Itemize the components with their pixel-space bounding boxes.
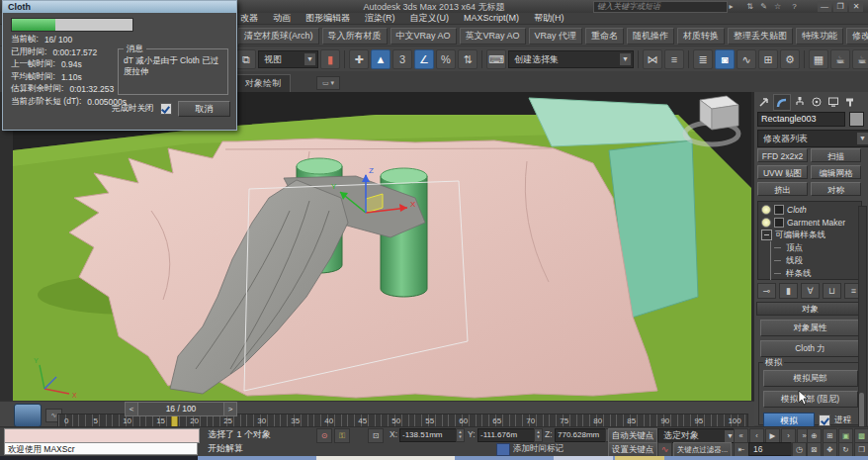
zoom-extents-all-icon[interactable]: ▩ [854, 428, 868, 443]
zoom-all-icon[interactable]: ⊞ [823, 428, 837, 443]
rendered-frame-icon[interactable]: ▦ [809, 49, 828, 69]
script-toolbar-button[interactable]: 整理丢失贴图 [728, 28, 793, 45]
object-name-field[interactable]: Rectangle003 [757, 112, 845, 127]
play-icon[interactable]: ▶ [765, 428, 780, 443]
modifier-preset-button[interactable]: 编辑网格 [811, 165, 861, 179]
key-filters-button[interactable]: 关键点过滤器... [673, 442, 732, 457]
time-tag-icon[interactable] [496, 443, 510, 456]
z-coord-field[interactable]: 770.628mm [555, 428, 608, 442]
object-properties-button[interactable]: 对象属性 [760, 320, 861, 336]
stack-item-cloth[interactable]: Cloth [758, 203, 861, 216]
simulate-local-button[interactable]: 模拟局部 [763, 370, 858, 387]
time-slider[interactable]: < 16 / 100 > [125, 402, 237, 414]
time-configuration-icon[interactable]: ◷ [792, 442, 807, 457]
tab-modify[interactable] [773, 94, 791, 111]
stack-subitem-spline[interactable]: 样条线 [770, 267, 861, 280]
menu-item[interactable]: 图形编辑器 [305, 13, 350, 24]
modifier-list-dropdown[interactable]: 修改器列表 ▼ [757, 130, 868, 147]
x-coord-field[interactable]: -138.51mm [399, 428, 459, 442]
rollout-header[interactable]: 对象 [756, 302, 864, 316]
script-toolbar-button[interactable]: 导入所有材质 [322, 28, 388, 45]
windows-taskbar[interactable] [0, 456, 868, 460]
script-toolbar-button[interactable]: 清空材质球(Arch) [238, 28, 319, 45]
menu-item[interactable]: 动画 [273, 13, 291, 24]
select-and-link-icon[interactable]: ⧉ [236, 49, 256, 69]
menu-item[interactable]: 帮助(H) [534, 13, 564, 24]
restore-button[interactable]: ❐ [833, 1, 847, 12]
exchange-icon[interactable]: ⇅ [743, 1, 756, 12]
star-icon[interactable]: ☆ [771, 1, 784, 12]
stack-item-editable-spline[interactable]: 可编辑样条线 [758, 229, 861, 241]
cloth-forces-button[interactable]: Cloth 力 [760, 340, 861, 357]
tab-motion[interactable] [809, 94, 825, 109]
script-toolbar-button[interactable]: VRay 代理 [529, 28, 583, 45]
modifier-preset-button[interactable]: FFD 2x2x2 [757, 148, 808, 162]
menu-item[interactable]: 改器 [240, 13, 258, 24]
script-toolbar-button[interactable]: 英文VRay AO [460, 28, 526, 45]
close-button[interactable]: ✕ [849, 1, 863, 12]
menu-item[interactable]: MAXScript(M) [464, 13, 519, 24]
modifier-preset-button[interactable]: 扫描 [811, 148, 861, 162]
render-iterative-icon[interactable]: ☕ [852, 49, 868, 69]
named-selection-set-dropdown[interactable]: 创建选择集▼ [508, 50, 634, 68]
tab-display[interactable] [825, 94, 841, 109]
show-end-result-icon[interactable]: ▮ [779, 283, 798, 299]
zoom-icon[interactable]: ⊕ [807, 428, 822, 443]
unlink-selection-icon[interactable]: ▮ [320, 49, 340, 69]
ribbon-tab-object-paint[interactable]: 对象绘制 [235, 74, 291, 93]
stack-subitem-vertex[interactable]: 顶点 [770, 241, 861, 254]
add-time-tag-label[interactable]: 添加时间标记 [513, 443, 564, 455]
select-and-move-icon[interactable]: ✚ [349, 49, 369, 69]
pin-stack-icon[interactable]: ⊸ [757, 283, 776, 299]
make-unique-icon[interactable]: ∀ [801, 283, 820, 299]
collapse-icon[interactable] [761, 230, 772, 240]
mirror-icon[interactable]: ⋈ [643, 49, 662, 69]
zoom-extents-icon[interactable]: ▣ [838, 428, 853, 443]
menu-item[interactable]: 渲染(R) [365, 13, 395, 24]
tab-create[interactable] [756, 94, 772, 109]
current-frame-field[interactable]: 16 [748, 442, 796, 456]
previous-frame-icon[interactable]: ‹ [749, 428, 764, 443]
cancel-button[interactable]: 取消 [178, 101, 231, 117]
curve-editor-icon[interactable]: ∿ [737, 49, 756, 69]
progress-checkbox[interactable] [819, 414, 830, 426]
minimize-button[interactable]: — [818, 1, 831, 12]
script-toolbar-button[interactable]: 中文VRay AO [391, 28, 457, 45]
dialog-title[interactable]: Cloth [3, 1, 236, 13]
schematic-view-icon[interactable]: ⊞ [758, 49, 778, 69]
viewport-filter-dropdown[interactable]: 视图▼ [258, 50, 318, 68]
percent-snap-icon[interactable]: % [436, 49, 456, 69]
next-frame-icon[interactable]: › [781, 428, 796, 443]
lightbulb-icon[interactable] [761, 205, 771, 215]
search-go-icon[interactable]: ▸ [725, 1, 738, 12]
set-key-filter-icon[interactable]: ∿ [657, 442, 672, 457]
absolute-mode-icon[interactable]: ⊡ [368, 428, 384, 443]
go-to-start-icon[interactable]: « [734, 428, 748, 443]
align-icon[interactable]: ≡ [664, 49, 684, 69]
timeline-left-button[interactable] [14, 404, 42, 427]
zoom-region-icon[interactable]: ⊠ [807, 442, 822, 457]
key-mode-toggle-icon[interactable]: ⇤ [734, 442, 749, 457]
script-toolbar-button[interactable]: 随机操作 [627, 28, 674, 45]
viewport-canvas[interactable]: X Y Z X Y [13, 92, 751, 401]
help-icon[interactable]: ? [788, 1, 801, 12]
close-when-done-checkbox[interactable] [160, 103, 172, 115]
modifier-preset-button[interactable]: 对称 [811, 182, 861, 196]
selection-filter-dropdown[interactable]: 选定对象 ▼ [657, 428, 738, 443]
layer-manager-icon[interactable]: ≣ [693, 49, 713, 69]
y-coord-field[interactable]: -111.676m [477, 428, 537, 442]
tab-utilities[interactable] [842, 94, 858, 109]
modifier-preset-button[interactable]: UVW 贴图 [757, 165, 808, 179]
snap-toggle-icon[interactable]: 3 [392, 49, 412, 69]
window-crossing-icon[interactable]: ▲ [371, 49, 391, 69]
x-spinner[interactable]: ▴▾ [456, 428, 465, 442]
simulate-local-damped-button[interactable]: 模拟局部 (阻尼) [763, 391, 858, 408]
stack-subitem-segment[interactable]: 线段 [770, 254, 861, 267]
stack-item-garment-maker[interactable]: Garment Maker [758, 216, 861, 229]
menu-item[interactable]: 自定义(U) [410, 13, 450, 24]
perspective-viewport[interactable]: X Y Z X Y [13, 92, 751, 401]
keyboard-override-icon[interactable]: ⌨ [486, 49, 506, 69]
remove-modifier-icon[interactable]: ⊔ [823, 283, 841, 299]
script-toolbar-button[interactable]: 特殊功能 [796, 28, 843, 45]
maximize-viewport-icon[interactable]: ❒ [854, 442, 868, 457]
